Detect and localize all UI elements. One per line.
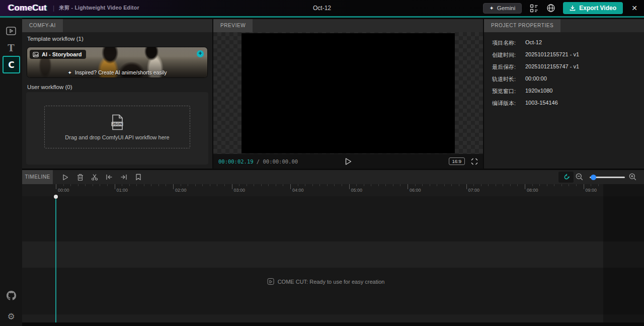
skip-to-start-icon [106, 174, 113, 180]
language-button[interactable] [546, 3, 556, 13]
jump-to-end-button[interactable] [120, 173, 128, 181]
ruler-minor-tick [202, 184, 203, 186]
ruler-minor-tick [547, 184, 547, 186]
zoom-out-button[interactable] [576, 173, 583, 181]
sidebar-item-settings[interactable]: ⚙ [3, 308, 19, 324]
ruler-time-label: 08:00 [527, 188, 538, 193]
comfy-ai-panel: COMFY-AI Template workflow (1) AI - Stor… [22, 19, 212, 169]
delete-clip-button[interactable] [76, 173, 84, 181]
timeline-play-button[interactable] [61, 173, 69, 181]
layout-panels-button[interactable] [529, 3, 539, 13]
property-row: 轨道时长: 00:00:00 [492, 75, 579, 83]
timeline-empty-message-text: COME CUT: Ready to use for easy creation [278, 279, 385, 285]
zoom-in-button[interactable] [629, 173, 636, 181]
ruler-minor-tick [85, 184, 86, 186]
preview-right-controls: 16:9 [449, 157, 478, 165]
skip-to-end-icon [120, 174, 127, 180]
sidebar-item-text[interactable]: T [3, 40, 19, 56]
property-row: 预览窗口: 1920x1080 [492, 88, 579, 95]
export-video-button[interactable]: Export Video [563, 2, 623, 14]
ruler-minor-tick [181, 184, 181, 186]
preview-controls-bar: 00:00:02.19 / 00:00:00.00 16:9 [213, 154, 483, 169]
preview-panel-header: PREVIEW [213, 19, 483, 32]
ruler-minor-tick [539, 184, 540, 186]
jump-to-start-button[interactable] [105, 173, 113, 181]
svg-text:JSON: JSON [112, 122, 122, 125]
ruler-major-tick [525, 184, 525, 189]
ruler-minor-tick [210, 184, 210, 186]
play-button[interactable] [345, 157, 352, 166]
aspect-ratio-badge[interactable]: 16:9 [449, 157, 465, 165]
property-label: 轨道时长: [492, 75, 525, 83]
layout-list-icon [530, 4, 538, 13]
property-value: 1920x1080 [525, 88, 552, 95]
ruler-time-label: 02:00 [175, 188, 187, 193]
ruler-minor-tick [422, 184, 423, 186]
playhead-handle[interactable] [54, 195, 58, 199]
ruler-minor-tick [334, 184, 335, 186]
ruler-time-label: 09:00 [586, 188, 597, 193]
project-properties-panel: PROJECT PROPERTIES 项目名称: Oct-12 创建时间: 20… [484, 19, 644, 169]
ruler-major-tick [466, 184, 467, 189]
split-clip-button[interactable] [91, 173, 99, 181]
video-canvas[interactable] [242, 33, 455, 153]
property-value: 00:00:00 [525, 75, 547, 83]
fullscreen-icon [471, 158, 478, 165]
ruler-minor-tick [510, 184, 511, 186]
ruler-minor-tick [247, 184, 247, 186]
sidebar-item-github[interactable] [3, 287, 19, 303]
image-icon [33, 52, 39, 57]
ruler-minor-tick [188, 184, 188, 186]
dropzone-label: Drag and drop ComfyUI API workflow here [65, 134, 169, 140]
track-row [22, 241, 644, 268]
timeline-bottom-strip [22, 322, 644, 326]
ruler-minor-tick [364, 184, 364, 186]
top-bar-actions: ✦ Gemini Export Video [483, 0, 639, 16]
close-button[interactable]: ✕ [630, 4, 639, 12]
ruler-minor-tick [385, 184, 386, 186]
ruler-minor-tick [415, 184, 416, 186]
project-properties-tab: PROJECT PROPERTIES [484, 19, 560, 32]
ruler-minor-tick [371, 184, 371, 186]
ruler-minor-tick [312, 184, 313, 186]
play-icon [345, 157, 352, 166]
come-cut-play-icon [268, 278, 274, 285]
ruler-time-label: 05:00 [351, 188, 363, 193]
zoom-slider-knob[interactable] [591, 175, 596, 180]
play-icon [62, 174, 68, 181]
ruler-minor-tick [276, 184, 276, 186]
sidebar-item-media[interactable] [3, 23, 19, 39]
timeline-ruler[interactable]: 00:0001:0002:0003:0004:0005:0006:0007:00… [22, 184, 644, 196]
timeline-overflow-area [603, 184, 644, 322]
ruler-time-label: 03:00 [234, 188, 246, 193]
property-value: 1003-154146 [525, 100, 558, 107]
sparkle-icon: ✦ [490, 5, 494, 12]
ruler-minor-tick [488, 184, 489, 186]
snap-toggle-button[interactable] [558, 172, 574, 183]
ruler-minor-tick [70, 184, 71, 186]
timeline-tracks: COME CUT: Ready to use for easy creation [22, 196, 644, 322]
ruler-minor-tick [254, 184, 254, 186]
ruler-major-tick [173, 184, 174, 189]
ruler-minor-tick [268, 184, 269, 186]
gemini-button-label: Gemini [497, 5, 515, 11]
ruler-minor-tick [319, 184, 320, 186]
ruler-minor-tick [473, 184, 474, 186]
gemini-button[interactable]: ✦ Gemini [483, 3, 522, 14]
globe-icon [546, 4, 555, 13]
ruler-minor-tick [554, 184, 554, 186]
add-storyboard-button[interactable]: + [197, 50, 204, 57]
ruler-minor-tick [459, 184, 459, 186]
ruler-minor-tick [598, 184, 599, 186]
property-label: 编译版本: [492, 100, 525, 107]
ruler-major-tick [56, 184, 56, 189]
ruler-minor-tick [100, 184, 100, 186]
playhead-line[interactable] [55, 196, 56, 323]
fullscreen-button[interactable] [471, 158, 478, 165]
workflow-dropzone[interactable]: JSON Drag and drop ComfyUI API workflow … [44, 106, 190, 148]
timeline-zoom-slider[interactable] [590, 177, 625, 178]
add-marker-button[interactable] [134, 173, 142, 181]
sidebar-item-comfy-active[interactable]: C [3, 56, 20, 73]
ai-storyboard-card[interactable]: AI - Storyboard + ✦ Inspired? Create AI … [27, 47, 207, 77]
ruler-minor-tick [63, 184, 64, 186]
